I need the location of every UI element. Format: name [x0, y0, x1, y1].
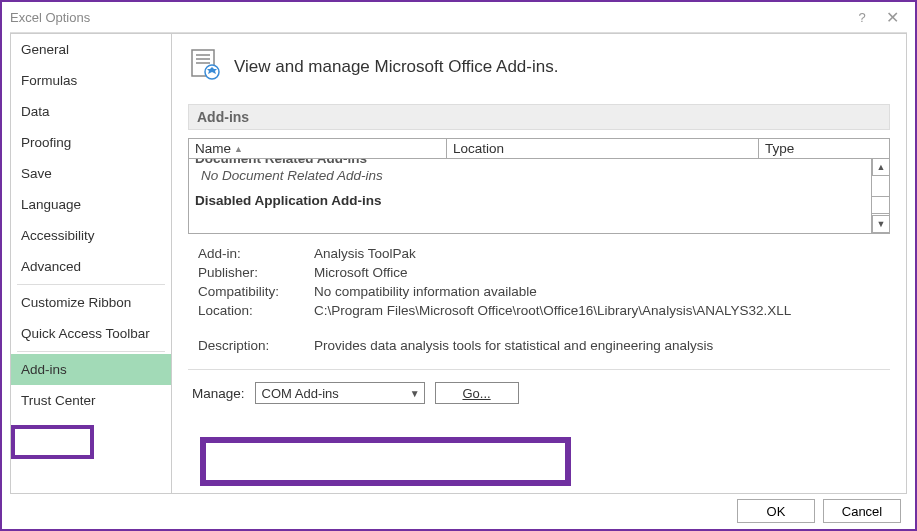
window-title: Excel Options: [10, 10, 847, 25]
detail-addin-value: Analysis ToolPak: [314, 246, 416, 261]
sidebar-item-add-ins[interactable]: Add-ins: [11, 354, 171, 385]
addins-table: Name ▲ Location Type Document Related Ad…: [188, 138, 890, 234]
detail-publisher-label: Publisher:: [198, 265, 314, 280]
sidebar-item-customize-ribbon[interactable]: Customize Ribbon: [11, 287, 171, 318]
sidebar: General Formulas Data Proofing Save Lang…: [10, 33, 172, 494]
sidebar-item-formulas[interactable]: Formulas: [11, 65, 171, 96]
detail-compat-label: Compatibility:: [198, 284, 314, 299]
cancel-button[interactable]: Cancel: [823, 499, 901, 523]
sidebar-item-trust-center[interactable]: Trust Center: [11, 385, 171, 416]
close-icon[interactable]: ✕: [877, 8, 907, 27]
sidebar-item-language[interactable]: Language: [11, 189, 171, 220]
table-scrollbar[interactable]: ▲ ▼: [871, 159, 889, 233]
section-title: Add-ins: [188, 104, 890, 130]
addin-details: Add-in:Analysis ToolPak Publisher:Micros…: [188, 244, 890, 355]
sidebar-item-save[interactable]: Save: [11, 158, 171, 189]
detail-publisher-value: Microsoft Office: [314, 265, 408, 280]
column-name-label: Name: [195, 141, 231, 156]
table-body[interactable]: Document Related Add-ins No Document Rel…: [189, 159, 889, 233]
sidebar-item-general[interactable]: General: [11, 34, 171, 65]
group-header-disabled: Disabled Application Add-ins: [195, 191, 883, 210]
table-header: Name ▲ Location Type: [189, 139, 889, 159]
sidebar-item-proofing[interactable]: Proofing: [11, 127, 171, 158]
empty-group-text: No Document Related Add-ins: [195, 166, 883, 191]
manage-row: Manage: COM Add-ins ▼ Go...: [188, 382, 890, 404]
column-name[interactable]: Name ▲: [189, 139, 447, 158]
divider: [188, 369, 890, 370]
detail-location-value: C:\Program Files\Microsoft Office\root\O…: [314, 303, 791, 318]
scroll-up-icon[interactable]: ▲: [872, 159, 889, 176]
column-type[interactable]: Type: [759, 139, 889, 158]
manage-dropdown-value: COM Add-ins: [262, 386, 339, 401]
detail-desc-label: Description:: [198, 338, 314, 353]
help-icon[interactable]: ?: [847, 10, 877, 25]
column-type-label: Type: [765, 141, 794, 156]
page-title: View and manage Microsoft Office Add-ins…: [234, 57, 558, 77]
sidebar-separator: [17, 351, 165, 352]
column-location[interactable]: Location: [447, 139, 759, 158]
sidebar-separator: [17, 284, 165, 285]
manage-label: Manage:: [192, 386, 245, 401]
chevron-down-icon: ▼: [410, 388, 420, 399]
go-button-label: Go...: [462, 386, 490, 401]
manage-dropdown[interactable]: COM Add-ins ▼: [255, 382, 425, 404]
sort-ascending-icon: ▲: [234, 144, 243, 154]
go-button[interactable]: Go...: [435, 382, 519, 404]
sidebar-item-data[interactable]: Data: [11, 96, 171, 127]
detail-desc-value: Provides data analysis tools for statist…: [314, 338, 713, 353]
sidebar-item-quick-access-toolbar[interactable]: Quick Access Toolbar: [11, 318, 171, 349]
scroll-track[interactable]: [872, 176, 889, 216]
group-header-cutoff: Document Related Add-ins: [195, 159, 883, 166]
scroll-down-icon[interactable]: ▼: [872, 215, 889, 233]
annotation-highlight: [11, 425, 94, 459]
detail-location-label: Location:: [198, 303, 314, 318]
addins-icon: [188, 48, 222, 86]
content-header: View and manage Microsoft Office Add-ins…: [188, 48, 890, 86]
content-pane: View and manage Microsoft Office Add-ins…: [172, 33, 907, 494]
dialog-footer: OK Cancel: [737, 499, 901, 523]
sidebar-item-advanced[interactable]: Advanced: [11, 251, 171, 282]
column-location-label: Location: [453, 141, 504, 156]
titlebar: Excel Options ? ✕: [2, 2, 915, 32]
detail-addin-label: Add-in:: [198, 246, 314, 261]
ok-button[interactable]: OK: [737, 499, 815, 523]
sidebar-item-accessibility[interactable]: Accessibility: [11, 220, 171, 251]
scroll-thumb[interactable]: [871, 196, 889, 214]
detail-compat-value: No compatibility information available: [314, 284, 537, 299]
